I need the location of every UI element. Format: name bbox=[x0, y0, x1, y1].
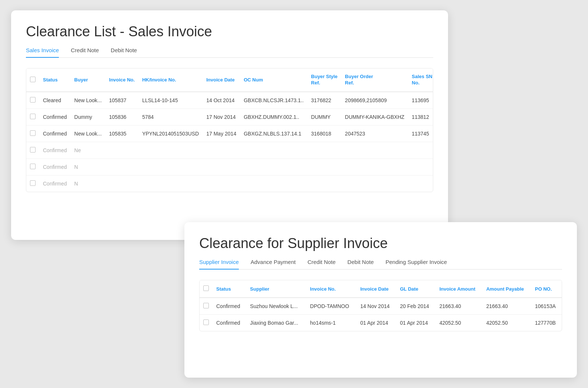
cell-sales-sn-no: 113812 bbox=[408, 108, 433, 125]
supplier-th-invoice-no: Invoice No. bbox=[306, 280, 357, 298]
supplier-header-checkbox[interactable] bbox=[203, 285, 209, 291]
supplier-table-header-row: Status Supplier Invoice No. Invoice Date… bbox=[200, 280, 562, 298]
cell-buyer-style-ref: 3168018 bbox=[307, 125, 341, 142]
cell-invoice-no: 105836 bbox=[106, 108, 138, 125]
cell-buyer-style-ref bbox=[307, 158, 341, 175]
cell-invoice-date: 14 Nov 2014 bbox=[357, 298, 396, 315]
cell-status: Confirmed bbox=[39, 108, 71, 125]
supplier-invoice-card: Clearance for Supplier Invoice Supplier … bbox=[184, 222, 577, 378]
cell-invoice-date bbox=[203, 175, 240, 192]
cell-invoice-no bbox=[106, 175, 138, 192]
cell-buyer-order-ref bbox=[341, 142, 408, 158]
cell-invoice-date: 01 Apr 2014 bbox=[357, 315, 396, 331]
cell-supplier: Jiaxing Bomao Gar... bbox=[246, 315, 306, 331]
tab-credit-note-front[interactable]: Credit Note bbox=[307, 259, 335, 270]
cell-oc-num bbox=[240, 142, 307, 158]
sales-invoice-table: Status Buyer Invoice No. HK/Invoice No. … bbox=[26, 68, 433, 192]
cell-buyer: New Look... bbox=[71, 92, 106, 109]
row-checkbox-cell bbox=[26, 92, 39, 109]
tab-credit-note[interactable]: Credit Note bbox=[71, 47, 99, 58]
cell-invoice-date: 17 May 2014 bbox=[203, 125, 240, 142]
cell-buyer-order-ref: 2047523 bbox=[341, 125, 408, 142]
cell-hk-invoice-no bbox=[138, 175, 203, 192]
cell-status: Confirmed bbox=[213, 315, 246, 331]
cell-hk-invoice-no: 5784 bbox=[138, 108, 203, 125]
cell-amount-payable: 42052.50 bbox=[482, 315, 531, 331]
cell-buyer-order-ref: 2098669,2105809 bbox=[341, 92, 408, 109]
cell-invoice-no bbox=[106, 142, 138, 158]
cell-oc-num: GBXCB.NLCSJR.1473.1.. bbox=[240, 92, 307, 109]
th-buyer-order-ref: Buyer OrderRef. bbox=[341, 68, 408, 92]
cell-hk-invoice-no bbox=[138, 158, 203, 175]
table-row: Confirmed Suzhou Newlook L... DPOD-TAMNO… bbox=[200, 298, 562, 315]
table-row: Confirmed N bbox=[26, 175, 433, 192]
cell-po-no: 106153A bbox=[531, 298, 562, 315]
tab-pending-supplier-invoice[interactable]: Pending Supplier Invoice bbox=[385, 259, 447, 270]
cell-buyer: New Look... bbox=[71, 125, 106, 142]
cell-amount-payable: 21663.40 bbox=[482, 298, 531, 315]
row-checkbox[interactable] bbox=[30, 164, 36, 169]
header-checkbox[interactable] bbox=[30, 77, 36, 82]
table-row: Cleared New Look... 105837 LLSL14-10-145… bbox=[26, 92, 433, 109]
cell-status: Confirmed bbox=[39, 125, 71, 142]
cell-hk-invoice-no bbox=[138, 142, 203, 158]
row-checkbox[interactable] bbox=[30, 97, 36, 103]
tab-sales-invoice[interactable]: Sales Invoice bbox=[26, 47, 59, 58]
cell-invoice-no: DPOD-TAMNOO bbox=[306, 298, 357, 315]
row-checkbox[interactable] bbox=[30, 130, 36, 136]
th-invoice-no: Invoice No. bbox=[106, 68, 138, 92]
cell-invoice-date: 14 Oct 2014 bbox=[203, 92, 240, 109]
cell-gl-date: 20 Feb 2014 bbox=[396, 298, 436, 315]
header-checkbox-cell bbox=[26, 68, 39, 92]
row-checkbox[interactable] bbox=[203, 303, 209, 308]
supplier-th-supplier: Supplier bbox=[246, 280, 306, 298]
supplier-th-gl-date: GL Date bbox=[396, 280, 436, 298]
cell-buyer: Dummy bbox=[71, 108, 106, 125]
row-checkbox-cell bbox=[200, 315, 213, 331]
sales-invoice-card: Clearance List - Sales Invoice Sales Inv… bbox=[11, 10, 448, 240]
cell-buyer-style-ref: DUMMY bbox=[307, 108, 341, 125]
tab-debit-note-front[interactable]: Debit Note bbox=[347, 259, 374, 270]
cell-po-no: 127770B bbox=[531, 315, 562, 331]
row-checkbox[interactable] bbox=[30, 180, 36, 186]
tab-advance-payment[interactable]: Advance Payment bbox=[251, 259, 296, 270]
supplier-th-invoice-amount: Invoice Amount bbox=[436, 280, 482, 298]
th-invoice-date: Invoice Date bbox=[203, 68, 240, 92]
supplier-th-amount-payable: Amount Payable bbox=[482, 280, 531, 298]
sales-invoice-table-container: Status Buyer Invoice No. HK/Invoice No. … bbox=[26, 68, 433, 192]
table-header-row: Status Buyer Invoice No. HK/Invoice No. … bbox=[26, 68, 433, 92]
supplier-th-po-no: PO NO. bbox=[531, 280, 562, 298]
cell-sales-sn-no bbox=[408, 142, 433, 158]
cell-invoice-date bbox=[203, 142, 240, 158]
row-checkbox[interactable] bbox=[30, 114, 36, 119]
supplier-invoice-table-container: Status Supplier Invoice No. Invoice Date… bbox=[199, 280, 562, 331]
cell-buyer-style-ref: 3176822 bbox=[307, 92, 341, 109]
table-row: Confirmed Ne bbox=[26, 142, 433, 158]
cell-sales-sn-no bbox=[408, 158, 433, 175]
tab-supplier-invoice[interactable]: Supplier Invoice bbox=[199, 259, 239, 270]
cell-status: Cleared bbox=[39, 92, 71, 109]
table-row: Confirmed Jiaxing Bomao Gar... ho14sms-1… bbox=[200, 315, 562, 331]
cell-gl-date: 01 Apr 2014 bbox=[396, 315, 436, 331]
supplier-invoice-table: Status Supplier Invoice No. Invoice Date… bbox=[200, 280, 562, 331]
cell-hk-invoice-no: YPYNL2014051503USD bbox=[138, 125, 203, 142]
row-checkbox-cell bbox=[200, 298, 213, 315]
row-checkbox[interactable] bbox=[30, 147, 36, 153]
row-checkbox[interactable] bbox=[203, 320, 209, 325]
sales-invoice-tabs: Sales Invoice Credit Note Debit Note bbox=[26, 47, 433, 58]
cell-sales-sn-no bbox=[408, 175, 433, 192]
table-row: Confirmed Dummy 105836 5784 17 Nov 2014 … bbox=[26, 108, 433, 125]
th-buyer: Buyer bbox=[71, 68, 106, 92]
th-buyer-style-ref: Buyer StyleRef. bbox=[307, 68, 341, 92]
table-row: Confirmed New Look... 105835 YPYNL201405… bbox=[26, 125, 433, 142]
tab-debit-note[interactable]: Debit Note bbox=[111, 47, 137, 58]
cell-buyer: Ne bbox=[71, 142, 106, 158]
cell-oc-num bbox=[240, 175, 307, 192]
cell-invoice-no bbox=[106, 158, 138, 175]
cell-invoice-amount: 42052.50 bbox=[436, 315, 482, 331]
cell-invoice-date bbox=[203, 158, 240, 175]
sales-invoice-tbody: Cleared New Look... 105837 LLSL14-10-145… bbox=[26, 92, 433, 192]
cell-invoice-date: 17 Nov 2014 bbox=[203, 108, 240, 125]
supplier-th-invoice-date: Invoice Date bbox=[357, 280, 396, 298]
th-sales-sn-no: Sales SNNo. bbox=[408, 68, 433, 92]
